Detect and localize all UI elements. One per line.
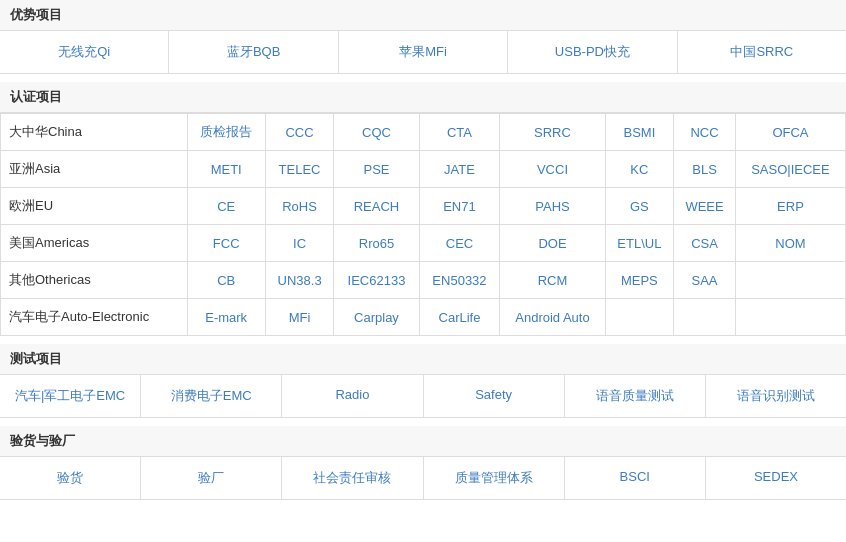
cert-cell[interactable]: Carplay	[334, 299, 419, 336]
testing-item-1[interactable]: 汽车|军工电子EMC	[0, 375, 141, 417]
cert-cell[interactable]: CB	[187, 262, 265, 299]
cert-cell[interactable]: RoHS	[265, 188, 334, 225]
cert-cell[interactable]: GS	[605, 188, 674, 225]
testing-item-4[interactable]: Safety	[424, 375, 565, 417]
certification-title: 认证项目	[0, 82, 846, 113]
cert-cell[interactable]: PAHS	[500, 188, 605, 225]
cert-cell[interactable]: JATE	[419, 151, 500, 188]
row-label-americas: 美国Americas	[1, 225, 188, 262]
cert-cell[interactable]: IC	[265, 225, 334, 262]
certification-section: 认证项目 大中华China 质检报告 CCC CQC CTA SRRC BSMI…	[0, 82, 846, 336]
table-row: 其他Othericas CB UN38.3 IEC62133 EN50332 R…	[1, 262, 846, 299]
cert-cell[interactable]: ETL\UL	[605, 225, 674, 262]
cert-cell[interactable]: DOE	[500, 225, 605, 262]
cert-cell[interactable]: TELEC	[265, 151, 334, 188]
cert-cell[interactable]: SRRC	[500, 114, 605, 151]
cert-cell[interactable]: PSE	[334, 151, 419, 188]
advantage-item-5[interactable]: 中国SRRC	[678, 31, 846, 73]
inspection-item-2[interactable]: 验厂	[141, 457, 282, 499]
cert-cell[interactable]: BSMI	[605, 114, 674, 151]
row-label-eu: 欧洲EU	[1, 188, 188, 225]
testing-row: 汽车|军工电子EMC 消费电子EMC Radio Safety 语音质量测试 语…	[0, 375, 846, 418]
cert-cell[interactable]: Rro65	[334, 225, 419, 262]
certification-table: 大中华China 质检报告 CCC CQC CTA SRRC BSMI NCC …	[0, 113, 846, 336]
cert-cell[interactable]: EN71	[419, 188, 500, 225]
cert-cell[interactable]: CE	[187, 188, 265, 225]
inspection-item-6[interactable]: SEDEX	[706, 457, 846, 499]
cert-cell[interactable]: CarLife	[419, 299, 500, 336]
cert-cell[interactable]: METI	[187, 151, 265, 188]
row-label-other: 其他Othericas	[1, 262, 188, 299]
inspection-item-3[interactable]: 社会责任审核	[282, 457, 423, 499]
cert-cell[interactable]: BLS	[674, 151, 736, 188]
cert-cell[interactable]: REACH	[334, 188, 419, 225]
cert-cell[interactable]: VCCI	[500, 151, 605, 188]
table-row: 汽车电子Auto-Electronic E-mark MFi Carplay C…	[1, 299, 846, 336]
cert-cell[interactable]: NOM	[735, 225, 845, 262]
cert-cell	[735, 262, 845, 299]
inspection-item-4[interactable]: 质量管理体系	[424, 457, 565, 499]
cert-cell[interactable]: RCM	[500, 262, 605, 299]
cert-cell[interactable]: MEPS	[605, 262, 674, 299]
inspection-section: 验货与验厂 验货 验厂 社会责任审核 质量管理体系 BSCI SEDEX	[0, 426, 846, 500]
cert-cell	[605, 299, 674, 336]
testing-item-2[interactable]: 消费电子EMC	[141, 375, 282, 417]
row-label-auto: 汽车电子Auto-Electronic	[1, 299, 188, 336]
cert-cell[interactable]: CTA	[419, 114, 500, 151]
cert-cell[interactable]: 质检报告	[187, 114, 265, 151]
row-label-asia: 亚洲Asia	[1, 151, 188, 188]
cert-cell[interactable]: OFCA	[735, 114, 845, 151]
inspection-item-1[interactable]: 验货	[0, 457, 141, 499]
testing-item-5[interactable]: 语音质量测试	[565, 375, 706, 417]
cert-cell[interactable]: SASO|IECEE	[735, 151, 845, 188]
inspection-row: 验货 验厂 社会责任审核 质量管理体系 BSCI SEDEX	[0, 457, 846, 500]
cert-cell[interactable]: ERP	[735, 188, 845, 225]
testing-section: 测试项目 汽车|军工电子EMC 消费电子EMC Radio Safety 语音质…	[0, 344, 846, 418]
advantage-item-1[interactable]: 无线充Qi	[0, 31, 169, 73]
table-row: 大中华China 质检报告 CCC CQC CTA SRRC BSMI NCC …	[1, 114, 846, 151]
advantage-row: 无线充Qi 蓝牙BQB 苹果MFi USB-PD快充 中国SRRC	[0, 31, 846, 74]
cert-cell[interactable]: IEC62133	[334, 262, 419, 299]
inspection-title: 验货与验厂	[0, 426, 846, 457]
cert-cell[interactable]: MFi	[265, 299, 334, 336]
cert-cell[interactable]: E-mark	[187, 299, 265, 336]
cert-cell[interactable]: WEEE	[674, 188, 736, 225]
cert-cell[interactable]: UN38.3	[265, 262, 334, 299]
row-label-dazh: 大中华China	[1, 114, 188, 151]
cert-cell[interactable]: NCC	[674, 114, 736, 151]
advantage-item-4[interactable]: USB-PD快充	[508, 31, 677, 73]
cert-cell	[674, 299, 736, 336]
cert-cell[interactable]: FCC	[187, 225, 265, 262]
testing-item-3[interactable]: Radio	[282, 375, 423, 417]
cert-cell[interactable]: SAA	[674, 262, 736, 299]
testing-item-6[interactable]: 语音识别测试	[706, 375, 846, 417]
cert-cell[interactable]: CEC	[419, 225, 500, 262]
advantage-item-2[interactable]: 蓝牙BQB	[169, 31, 338, 73]
cert-cell[interactable]: CQC	[334, 114, 419, 151]
cert-cell[interactable]: Android Auto	[500, 299, 605, 336]
advantage-section: 优势项目 无线充Qi 蓝牙BQB 苹果MFi USB-PD快充 中国SRRC	[0, 0, 846, 74]
cert-cell[interactable]: KC	[605, 151, 674, 188]
table-row: 美国Americas FCC IC Rro65 CEC DOE ETL\UL C…	[1, 225, 846, 262]
advantage-title: 优势项目	[0, 0, 846, 31]
cert-cell[interactable]: EN50332	[419, 262, 500, 299]
cert-cell[interactable]: CCC	[265, 114, 334, 151]
table-row: 欧洲EU CE RoHS REACH EN71 PAHS GS WEEE ERP	[1, 188, 846, 225]
table-row: 亚洲Asia METI TELEC PSE JATE VCCI KC BLS S…	[1, 151, 846, 188]
cert-cell[interactable]: CSA	[674, 225, 736, 262]
advantage-item-3[interactable]: 苹果MFi	[339, 31, 508, 73]
testing-title: 测试项目	[0, 344, 846, 375]
cert-cell	[735, 299, 845, 336]
inspection-item-5[interactable]: BSCI	[565, 457, 706, 499]
